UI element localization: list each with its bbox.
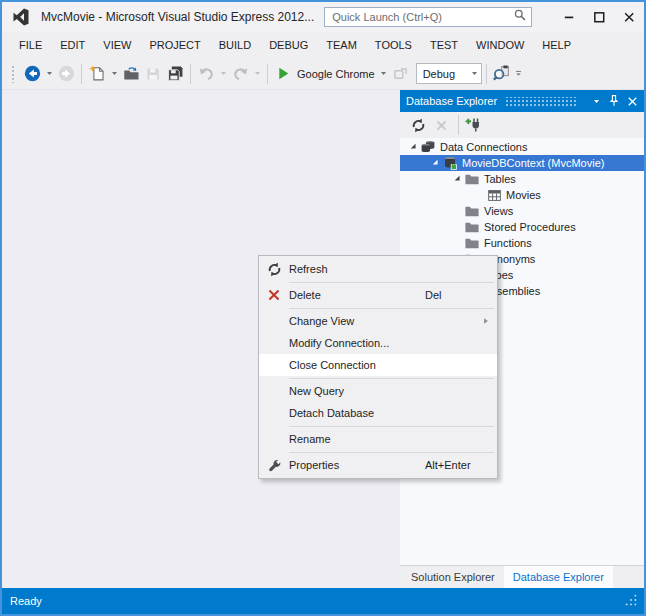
resize-grip-icon[interactable] xyxy=(624,593,638,611)
configuration-dropdown-icon[interactable] xyxy=(469,62,481,86)
panel-close-icon[interactable] xyxy=(624,93,640,109)
menu-icon-placeholder xyxy=(267,405,289,421)
menubar-item-debug[interactable]: DEBUG xyxy=(260,34,317,56)
tree-item-label: Data Connections xyxy=(440,139,527,155)
tree-indent xyxy=(452,221,464,233)
menu-item-label: Properties xyxy=(289,459,339,471)
navigate-back-button[interactable] xyxy=(21,62,43,86)
tab-database-explorer[interactable]: Database Explorer xyxy=(504,566,613,588)
menu-separator xyxy=(289,282,494,283)
menu-item-new-query[interactable]: New Query xyxy=(259,380,497,402)
menu-item-close-connection[interactable]: Close Connection xyxy=(259,354,497,376)
menu-separator xyxy=(289,426,494,427)
database-connection-icon xyxy=(442,155,458,171)
new-file-button[interactable] xyxy=(86,62,108,86)
tab-solution-explorer[interactable]: Solution Explorer xyxy=(402,566,504,588)
menu-item-detach-database[interactable]: Detach Database xyxy=(259,402,497,424)
menubar: FILEEDITVIEWPROJECTBUILDDEBUGTEAMTOOLSTE… xyxy=(2,32,644,58)
toolbar-overflow-button[interactable] xyxy=(513,62,525,86)
save-all-button[interactable] xyxy=(164,62,186,86)
open-file-button[interactable] xyxy=(120,62,142,86)
menu-item-shortcut: Del xyxy=(425,289,491,301)
minimize-button[interactable] xyxy=(554,2,584,32)
refresh-button[interactable] xyxy=(408,115,428,135)
panel-header[interactable]: Database Explorer xyxy=(400,90,644,112)
tree-item-label: Movies xyxy=(506,187,541,203)
tree-item-movies[interactable]: Movies xyxy=(400,187,644,203)
folder-icon xyxy=(464,203,480,219)
add-connection-button[interactable] xyxy=(463,115,483,135)
menu-item-delete[interactable]: DeleteDel xyxy=(259,284,497,306)
panel-menu-dropdown-icon[interactable] xyxy=(588,93,604,109)
menubar-item-project[interactable]: PROJECT xyxy=(140,34,209,56)
new-file-dropdown-icon[interactable] xyxy=(108,62,120,86)
menubar-item-file[interactable]: FILE xyxy=(10,34,51,56)
menubar-item-tools[interactable]: TOOLS xyxy=(366,34,421,56)
menu-item-properties[interactable]: PropertiesAlt+Enter xyxy=(259,454,497,476)
main-area: Database Explorer Data ConnectionsMovieD… xyxy=(2,90,644,588)
configuration-combobox[interactable]: Debug xyxy=(416,63,482,84)
x-red-icon xyxy=(267,287,289,303)
panel-title: Database Explorer xyxy=(406,95,497,107)
menubar-item-window[interactable]: WINDOW xyxy=(467,34,533,56)
menubar-item-help[interactable]: HELP xyxy=(533,34,580,56)
attach-debugger-button xyxy=(390,62,412,86)
menu-item-refresh[interactable]: Refresh xyxy=(259,258,497,280)
menu-separator xyxy=(289,378,494,379)
menu-item-modify-connection[interactable]: Modify Connection... xyxy=(259,332,497,354)
navigate-forward-button[interactable] xyxy=(55,62,77,86)
menu-item-label: Rename xyxy=(289,433,331,445)
close-button[interactable] xyxy=(614,2,644,32)
window-controls xyxy=(554,2,644,32)
menu-separator xyxy=(289,308,494,309)
save-button xyxy=(142,62,164,86)
undo-button xyxy=(195,62,217,86)
menu-item-rename[interactable]: Rename xyxy=(259,428,497,450)
visual-studio-logo-icon xyxy=(10,6,32,28)
tree-item-stored-procedures[interactable]: Stored Procedures xyxy=(400,219,644,235)
tree-item-tables[interactable]: Tables xyxy=(400,171,644,187)
panel-pin-icon[interactable] xyxy=(606,93,622,109)
tree-item-label: Functions xyxy=(484,235,532,251)
tree-indent xyxy=(452,205,464,217)
panel-tab-strip: Solution ExplorerDatabase Explorer xyxy=(400,565,644,588)
delete-connection-button xyxy=(431,115,451,135)
navigate-back-dropdown-icon[interactable] xyxy=(43,62,55,86)
menubar-item-team[interactable]: TEAM xyxy=(317,34,366,56)
menubar-item-edit[interactable]: EDIT xyxy=(51,34,94,56)
tree-item-views[interactable]: Views xyxy=(400,203,644,219)
toolbar-separator xyxy=(267,64,268,84)
expand-arrow-icon[interactable] xyxy=(452,173,464,185)
standard-toolbar: Google Chrome Debug xyxy=(2,58,644,90)
connection-context-menu: RefreshDeleteDelChange ViewModify Connec… xyxy=(258,255,498,479)
toolbar-separator xyxy=(190,64,191,84)
vs-main-window: MvcMovie - Microsoft Visual Studio Expre… xyxy=(0,0,646,616)
tree-item-data-connections[interactable]: Data Connections xyxy=(400,139,644,155)
menu-item-change-view[interactable]: Change View xyxy=(259,310,497,332)
database-stack-icon xyxy=(420,139,436,155)
menu-icon-placeholder xyxy=(267,335,289,351)
expand-arrow-icon[interactable] xyxy=(408,141,420,153)
window-title: MvcMovie - Microsoft Visual Studio Expre… xyxy=(41,10,314,24)
maximize-button[interactable] xyxy=(584,2,614,32)
menubar-item-build[interactable]: BUILD xyxy=(210,34,260,56)
run-target-label[interactable]: Google Chrome xyxy=(297,68,375,80)
quick-launch-input[interactable]: Quick Launch (Ctrl+Q) xyxy=(324,7,532,27)
find-in-files-button[interactable] xyxy=(491,62,513,86)
toolbar-drag-handle[interactable] xyxy=(11,65,16,83)
start-debug-button[interactable] xyxy=(272,62,294,86)
menu-item-label: Modify Connection... xyxy=(289,337,389,349)
menubar-item-view[interactable]: VIEW xyxy=(94,34,140,56)
expand-arrow-icon[interactable] xyxy=(430,157,442,169)
menu-separator xyxy=(289,452,494,453)
configuration-value: Debug xyxy=(417,68,469,80)
undo-dropdown-icon xyxy=(217,62,229,86)
tree-item-functions[interactable]: Functions xyxy=(400,235,644,251)
tree-item-moviedbcontext-mvcmovie[interactable]: MovieDBContext (MvcMovie) xyxy=(400,155,644,171)
menubar-item-test[interactable]: TEST xyxy=(421,34,467,56)
quick-launch-placeholder: Quick Launch (Ctrl+Q) xyxy=(332,11,513,23)
panel-drag-grip[interactable] xyxy=(505,97,578,106)
status-message: Ready xyxy=(10,595,42,607)
run-target-dropdown-icon[interactable] xyxy=(378,62,390,86)
menu-icon-placeholder xyxy=(267,357,289,373)
